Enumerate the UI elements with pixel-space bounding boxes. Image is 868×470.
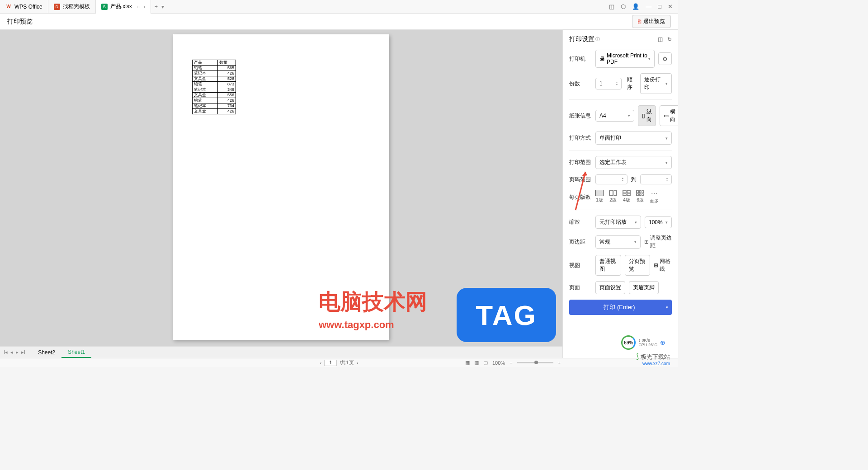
- print-range-value: 选定工作表: [599, 159, 627, 166]
- sheet-tab-sheet1[interactable]: Sheet1: [61, 347, 91, 358]
- chevron-down-icon: ▾: [665, 220, 668, 225]
- view-label: 视图: [569, 262, 592, 269]
- tab-template[interactable]: D 找稻壳模板: [48, 0, 96, 14]
- scale-percent-select[interactable]: 100% ▾: [645, 216, 672, 228]
- tab-file[interactable]: S 产品.xlsx ○ ›: [96, 0, 151, 14]
- printer-label: 打印机: [569, 55, 592, 63]
- pages-per-label: 每页版数: [569, 193, 592, 201]
- table-row: 铅笔873: [193, 82, 236, 87]
- status-bar: ‹ /共1页 › ▦ ▥ ▢ 100% − +: [0, 358, 678, 367]
- paper-label: 纸张信息: [569, 112, 592, 120]
- zoom-value: 100%: [492, 360, 505, 366]
- tab-dropdown-icon[interactable]: ▾: [161, 4, 164, 10]
- printer-value: Microsoft Print to PDF: [607, 52, 648, 65]
- margin-value: 常规: [599, 238, 610, 246]
- view-normal-button[interactable]: 普通视图: [595, 255, 621, 276]
- zoom-in-button[interactable]: +: [558, 360, 561, 366]
- page-total: /共1页: [340, 359, 354, 366]
- page-setup-button[interactable]: 页面设置: [595, 281, 625, 294]
- order-value: 逐份打印: [644, 76, 665, 91]
- scale-select[interactable]: 无打印缩放 ▾: [595, 216, 641, 229]
- sheet-next-button[interactable]: ▸: [16, 349, 19, 355]
- panel-layout-icon[interactable]: ◫: [658, 36, 663, 42]
- zoom-out-button[interactable]: −: [509, 360, 512, 366]
- table-row: 笔记本346: [193, 87, 236, 93]
- layout-6-button[interactable]: 6版: [636, 190, 644, 204]
- layout-1-button[interactable]: 1版: [595, 190, 604, 204]
- order-select[interactable]: 逐份打印 ▾: [640, 73, 672, 94]
- print-mode-label: 打印方式: [569, 134, 592, 142]
- close-button[interactable]: ✕: [668, 3, 673, 10]
- chevron-down-icon: ▾: [665, 160, 668, 165]
- page-from-input[interactable]: ▴▾: [595, 174, 627, 184]
- printer-settings-button[interactable]: ⚙: [658, 52, 672, 65]
- sheet-last-button[interactable]: ▸I: [21, 349, 25, 355]
- gridlines-button[interactable]: ⊞ 网格线: [654, 258, 672, 273]
- view-mode-3-icon[interactable]: ▢: [483, 360, 488, 366]
- view-page-button[interactable]: 分页预览: [625, 255, 651, 276]
- paper-select[interactable]: A4 ▾: [595, 110, 634, 122]
- print-button[interactable]: 打印 (Enter) ▾: [569, 300, 672, 315]
- table-row: 文具盒526: [193, 76, 236, 82]
- tab-label: 找稻壳模板: [63, 3, 90, 10]
- exit-icon: ⎘: [638, 19, 641, 25]
- panel-toggle-icon[interactable]: ◫: [609, 3, 614, 10]
- page-next-button[interactable]: ›: [357, 360, 359, 366]
- printer-select[interactable]: 🖶 Microsoft Print to PDF ▾: [595, 50, 655, 68]
- header-footer-button[interactable]: 页眉页脚: [629, 281, 659, 294]
- table-row: 文具盒556: [193, 93, 236, 98]
- more-icon: ⋯: [651, 190, 657, 197]
- page-prev-button[interactable]: ‹: [320, 360, 322, 366]
- download-site-watermark: ⟆ 极光下载站 www.xz7.com: [636, 352, 670, 366]
- margin-icon: ⊞: [644, 239, 649, 245]
- tab-close-icon[interactable]: ›: [143, 4, 145, 10]
- panel-refresh-icon[interactable]: ↻: [667, 36, 672, 42]
- xlsx-icon: S: [101, 4, 108, 10]
- tab-wps[interactable]: W WPS Office: [0, 0, 48, 14]
- sheet-prev-button[interactable]: ◂: [10, 349, 13, 355]
- sheet-first-button[interactable]: I◂: [4, 349, 8, 355]
- orientation-landscape-button[interactable]: ▭ 横向: [660, 105, 678, 126]
- tab-label: WPS Office: [14, 4, 42, 10]
- copies-input[interactable]: 1 ▴▾: [595, 78, 622, 89]
- sheet-tab-sheet2[interactable]: Sheet2: [32, 348, 61, 357]
- layout-more-button[interactable]: ⋯更多: [650, 190, 659, 204]
- table-row: 笔记本734: [193, 103, 236, 109]
- layout-2-button[interactable]: 2版: [609, 190, 617, 204]
- performance-widget: 69% ↕ 0K/s CPU 26°C ⊕: [621, 335, 665, 350]
- view-mode-1-icon[interactable]: ▦: [465, 360, 470, 366]
- exit-preview-button[interactable]: ⎘ 退出预览: [632, 15, 671, 28]
- minimize-button[interactable]: —: [646, 3, 651, 10]
- print-settings-panel: 打印设置ⓘ ◫ ↻ 打印机 🖶 Microsoft Print to PDF ▾…: [562, 30, 678, 358]
- margin-select[interactable]: 常规 ▾: [595, 235, 641, 249]
- zoom-slider[interactable]: [517, 362, 553, 363]
- exit-label: 退出预览: [643, 18, 665, 25]
- orientation-portrait-button[interactable]: ▯ 纵向: [638, 105, 656, 126]
- chevron-down-icon: ▾: [628, 113, 630, 118]
- adjust-margin-button[interactable]: ⊞ 调整页边距: [644, 234, 672, 249]
- add-tab-button[interactable]: +: [155, 4, 158, 10]
- page-number-input[interactable]: [324, 360, 337, 366]
- sheet-bar: I◂ ◂ ▸ ▸I Sheet2 Sheet1: [0, 346, 562, 358]
- print-mode-select[interactable]: 单面打印 ▾: [595, 132, 672, 145]
- chevron-down-icon: ▾: [665, 81, 668, 86]
- scale-value: 无打印缩放: [599, 218, 627, 226]
- layout-4-button[interactable]: 4版: [623, 190, 631, 204]
- print-mode-value: 单面打印: [599, 134, 621, 142]
- chevron-down-icon: ▾: [634, 240, 637, 244]
- chevron-down-icon: ▾: [666, 305, 668, 310]
- page-title: 打印预览: [7, 18, 33, 26]
- printer-icon: 🖶: [599, 56, 605, 62]
- cube-icon[interactable]: ⬡: [621, 3, 626, 10]
- view-mode-2-icon[interactable]: ▥: [474, 360, 479, 366]
- page-to-input[interactable]: ▴▾: [640, 174, 672, 184]
- print-range-select[interactable]: 选定工作表 ▾: [595, 156, 672, 169]
- table-row: 铅笔426: [193, 98, 236, 103]
- chevron-down-icon: ▾: [648, 56, 651, 61]
- copies-value: 1: [599, 80, 603, 87]
- margin-label: 页边距: [569, 238, 592, 246]
- user-avatar-icon[interactable]: 👤: [632, 3, 639, 10]
- main-area: 产品数量 铅笔565 笔记本426 文具盒526 铅笔873 笔记本346 文具…: [0, 30, 678, 358]
- tab-menu-icon[interactable]: ○: [137, 4, 140, 10]
- maximize-button[interactable]: □: [658, 3, 661, 10]
